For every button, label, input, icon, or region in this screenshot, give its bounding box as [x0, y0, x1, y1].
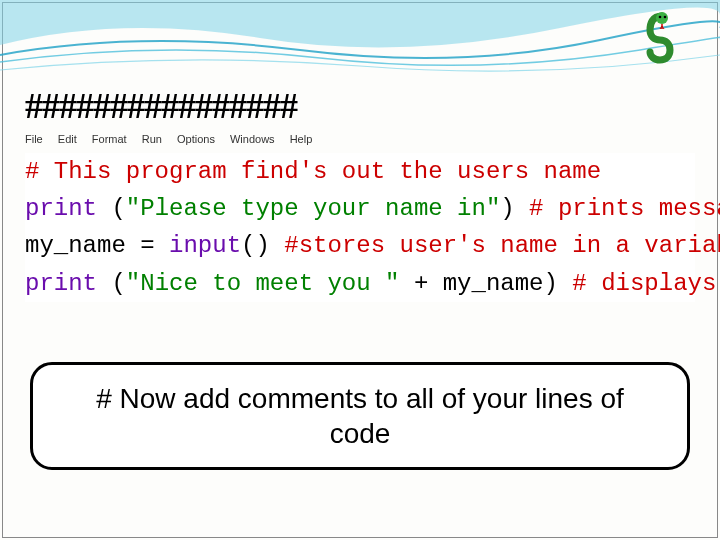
idle-menu-bar: File Edit Format Run Options Windows Hel… [25, 131, 695, 147]
code-paren: ( [111, 270, 125, 297]
code-text [515, 195, 529, 222]
code-string: "Please type your name in" [126, 195, 500, 222]
menu-windows: Windows [230, 133, 275, 145]
code-paren: () [241, 232, 270, 259]
code-string: "Nice to meet you " [126, 270, 400, 297]
code-text [97, 195, 111, 222]
code-comment: # displays message [572, 270, 720, 297]
hash-title: ################ [25, 85, 695, 127]
code-func: input [169, 232, 241, 259]
code-comment: #stores user's name in a variable [284, 232, 720, 259]
python-snake-icon [632, 8, 692, 68]
code-paren: ) [544, 270, 558, 297]
code-paren: ) [500, 195, 514, 222]
menu-options: Options [177, 133, 215, 145]
svg-point-1 [659, 16, 662, 19]
code-comment: # prints message to user [529, 195, 720, 222]
menu-run: Run [142, 133, 162, 145]
menu-help: Help [290, 133, 313, 145]
code-text [558, 270, 572, 297]
slide-content: ################ File Edit Format Run Op… [25, 85, 695, 302]
menu-file: File [25, 133, 43, 145]
code-paren: ( [111, 195, 125, 222]
wave-decoration [0, 0, 720, 80]
code-op: + [399, 270, 442, 297]
menu-edit: Edit [58, 133, 77, 145]
svg-point-0 [656, 12, 668, 24]
code-block: # This program find's out the users name… [25, 153, 695, 302]
code-var: my_name [443, 270, 544, 297]
code-text [97, 270, 111, 297]
menu-format: Format [92, 133, 127, 145]
code-op: = [126, 232, 169, 259]
code-func: print [25, 270, 97, 297]
code-comment: # This program find's out the users name [25, 158, 601, 185]
code-text [270, 232, 284, 259]
code-var: my_name [25, 232, 126, 259]
instruction-callout: # Now add comments to all of your lines … [30, 362, 690, 470]
svg-point-2 [664, 16, 667, 19]
code-func: print [25, 195, 97, 222]
